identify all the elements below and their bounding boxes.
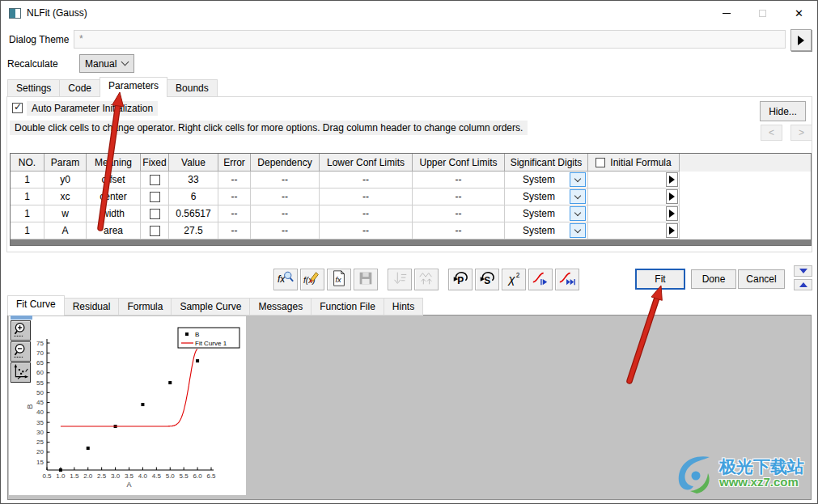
- cell-initial_formula[interactable]: [588, 172, 680, 188]
- edit-function-button[interactable]: f(x): [300, 269, 324, 290]
- significant-digits-dropdown[interactable]: [570, 223, 586, 238]
- cancel-button[interactable]: Cancel: [738, 269, 785, 289]
- column-header-meaning[interactable]: Meaning: [87, 154, 141, 172]
- close-button[interactable]: ✕: [781, 1, 817, 25]
- column-header-significant_digits[interactable]: Significant Digits: [505, 154, 588, 172]
- restore-settings-button[interactable]: S: [475, 269, 499, 290]
- column-header-value[interactable]: Value: [169, 154, 218, 172]
- rescale-axes-button[interactable]: [11, 362, 31, 383]
- cell-upper_conf[interactable]: --: [413, 205, 505, 222]
- cell-error[interactable]: --: [218, 172, 251, 188]
- cell-initial_formula[interactable]: [588, 188, 680, 205]
- done-button[interactable]: Done: [691, 269, 736, 289]
- column-header-lower_conf[interactable]: Lower Conf Limits: [320, 154, 413, 172]
- column-header-fixed[interactable]: Fixed: [141, 154, 169, 172]
- fixed-checkbox[interactable]: [150, 209, 160, 219]
- hide-button[interactable]: Hide...: [760, 101, 806, 121]
- find-function-button[interactable]: fx: [273, 269, 298, 290]
- tab-formula[interactable]: Formula: [118, 298, 172, 316]
- initial-formula-expand-button[interactable]: [666, 172, 678, 187]
- minimize-button[interactable]: [708, 1, 744, 25]
- cell-upper_conf[interactable]: --: [413, 188, 505, 205]
- cell-dependency[interactable]: --: [251, 172, 320, 188]
- tab-settings[interactable]: Settings: [7, 79, 60, 97]
- initial-formula-expand-button[interactable]: [666, 206, 678, 221]
- recalculate-dropdown[interactable]: Manual: [79, 54, 134, 73]
- cell-meaning[interactable]: offset: [87, 172, 141, 188]
- function-file-button[interactable]: fx: [327, 269, 351, 290]
- cell-param[interactable]: xc: [45, 188, 87, 205]
- cell-no[interactable]: 1: [11, 222, 45, 239]
- cell-fixed[interactable]: [141, 172, 169, 188]
- fit-until-converged-button[interactable]: [555, 269, 579, 290]
- tab-sample-curve[interactable]: Sample Curve: [171, 298, 250, 316]
- cell-value[interactable]: 33: [169, 172, 218, 188]
- fit-button[interactable]: Fit: [635, 269, 685, 290]
- column-header-initial_formula[interactable]: Initial Formula: [588, 154, 680, 172]
- fixed-checkbox[interactable]: [150, 226, 160, 236]
- column-header-error[interactable]: Error: [218, 154, 251, 172]
- cell-dependency[interactable]: --: [251, 188, 320, 205]
- cell-meaning[interactable]: width: [87, 205, 141, 222]
- cell-no[interactable]: 1: [11, 172, 45, 188]
- one-iteration-button[interactable]: [528, 269, 553, 290]
- column-header-upper_conf[interactable]: Upper Conf Limits: [413, 154, 505, 172]
- cell-dependency[interactable]: --: [251, 205, 320, 222]
- prev-column-button[interactable]: <: [761, 125, 782, 141]
- expand-panel-button[interactable]: [794, 279, 812, 290]
- initial-formula-expand-button[interactable]: [666, 223, 678, 238]
- cell-lower_conf[interactable]: --: [320, 188, 413, 205]
- column-header-param[interactable]: Param: [45, 154, 87, 172]
- cell-value[interactable]: 27.5: [169, 222, 218, 239]
- cell-significant_digits[interactable]: System: [505, 188, 588, 205]
- cell-lower_conf[interactable]: --: [320, 222, 413, 239]
- cell-lower_conf[interactable]: --: [320, 205, 413, 222]
- cell-error[interactable]: --: [218, 188, 251, 205]
- tab-fit-curve[interactable]: Fit Curve: [7, 295, 65, 316]
- revert-parameters-button[interactable]: P: [448, 269, 473, 290]
- fixed-checkbox[interactable]: [150, 192, 160, 202]
- cell-upper_conf[interactable]: --: [413, 172, 505, 188]
- zoom-in-button[interactable]: [11, 320, 31, 341]
- tab-hints[interactable]: Hints: [384, 298, 423, 316]
- initial-formula-checkbox[interactable]: [595, 158, 605, 167]
- cell-error[interactable]: --: [218, 222, 251, 239]
- auto-parameter-checkbox[interactable]: [12, 103, 23, 113]
- cell-meaning[interactable]: area: [87, 222, 141, 239]
- cell-param[interactable]: y0: [45, 172, 87, 188]
- cell-dependency[interactable]: --: [251, 222, 320, 239]
- tab-parameters[interactable]: Parameters: [100, 77, 167, 97]
- cell-significant_digits[interactable]: System: [505, 172, 588, 188]
- column-header-dependency[interactable]: Dependency: [251, 154, 320, 172]
- significant-digits-dropdown[interactable]: [570, 206, 586, 221]
- cell-significant_digits[interactable]: System: [505, 222, 588, 239]
- next-column-button[interactable]: >: [790, 125, 812, 141]
- fixed-checkbox[interactable]: [150, 175, 160, 185]
- cell-upper_conf[interactable]: --: [413, 222, 505, 239]
- cell-meaning[interactable]: center: [87, 188, 141, 205]
- cell-value[interactable]: 0.56517: [169, 205, 218, 222]
- zoom-out-button[interactable]: [11, 341, 31, 362]
- tab-function-file[interactable]: Function File: [311, 298, 384, 316]
- dialog-theme-input[interactable]: *: [74, 30, 786, 49]
- column-header-no[interactable]: NO.: [11, 154, 45, 172]
- cell-fixed[interactable]: [141, 188, 169, 205]
- cell-error[interactable]: --: [218, 205, 251, 222]
- significant-digits-dropdown[interactable]: [570, 172, 586, 187]
- cell-initial_formula[interactable]: [588, 222, 680, 239]
- cell-value[interactable]: 6: [169, 188, 218, 205]
- dialog-theme-flyout-button[interactable]: [790, 29, 812, 51]
- cell-no[interactable]: 1: [11, 188, 45, 205]
- cell-lower_conf[interactable]: --: [320, 172, 413, 188]
- cell-fixed[interactable]: [141, 205, 169, 222]
- tab-residual[interactable]: Residual: [64, 298, 120, 316]
- initial-formula-expand-button[interactable]: [666, 189, 678, 204]
- cell-param[interactable]: w: [45, 205, 87, 222]
- chi-square-button[interactable]: χ2: [502, 269, 526, 290]
- cell-fixed[interactable]: [141, 222, 169, 239]
- cell-param[interactable]: A: [45, 222, 87, 239]
- collapse-panel-button[interactable]: [794, 265, 812, 277]
- cell-no[interactable]: 1: [11, 205, 45, 222]
- cell-initial_formula[interactable]: [588, 205, 680, 222]
- tab-bounds[interactable]: Bounds: [167, 79, 218, 97]
